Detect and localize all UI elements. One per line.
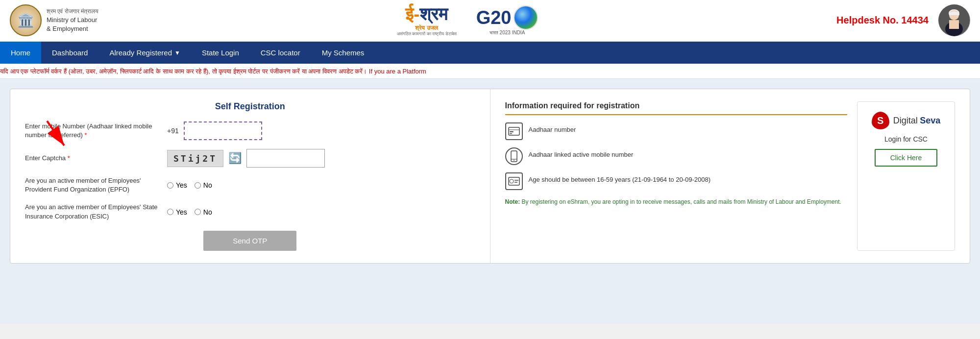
captcha-input[interactable] <box>246 149 325 168</box>
ministry-english-line1: Ministry of Labour <box>47 16 98 24</box>
esic-radio-group: Yes No <box>167 208 212 216</box>
info-mobile: Aadhaar linked active mobile number <box>505 147 848 165</box>
mobile-icon <box>505 147 523 165</box>
digital-text: Digital <box>893 116 918 125</box>
note-label: Note: <box>505 198 520 205</box>
arrow-indicator <box>37 116 76 157</box>
eshram-e-char: ई- <box>405 4 419 24</box>
helpdesk-number: Helpdesk No. 14434 <box>836 15 929 26</box>
header-center: ई- श्रम श्रेय उजल असंगठित कामगारों का रा… <box>397 4 539 37</box>
info-aadhaar: Aadhaar number <box>505 122 848 140</box>
info-section: Information required for registration Aa… <box>505 101 848 251</box>
mobile-input[interactable] <box>184 121 262 140</box>
g20-logo: G20 भारत 2023 INDIA <box>476 5 539 36</box>
aadhaar-text: Aadhaar number <box>529 122 576 134</box>
mobile-info-text: Aadhaar linked active mobile number <box>529 147 634 159</box>
marquee-text: यदि आप एक प्लेटफॉर्म वर्कर हैं (ओला, उबर… <box>0 68 426 75</box>
mobile-form-group: Enter mobile Number (Aadhaar linked mobi… <box>25 121 475 140</box>
svg-rect-11 <box>510 133 512 134</box>
pm-photo <box>938 4 970 36</box>
epfo-no-radio[interactable] <box>195 182 201 189</box>
esic-no-label[interactable]: No <box>195 208 212 216</box>
esic-label: Are you an active member of Employees' S… <box>25 203 162 220</box>
seva-text: Seva <box>920 116 940 125</box>
nav-csc-locator[interactable]: CSC locator <box>250 42 311 64</box>
epfo-form-group: Are you an active member of Employees' P… <box>25 176 475 194</box>
svg-rect-3 <box>949 20 959 29</box>
mobile-prefix: +91 <box>167 127 179 135</box>
click-here-button[interactable]: Click Here <box>875 149 938 167</box>
svg-rect-15 <box>509 177 519 185</box>
self-registration-panel: Self Registration Enter mobile Number (A… <box>10 89 490 263</box>
digital-seva-s-icon: S <box>872 112 889 129</box>
g20-india-text: भारत 2023 INDIA <box>490 30 525 36</box>
epfo-yes-radio[interactable] <box>167 182 173 189</box>
g20-globe <box>514 5 538 30</box>
svg-rect-10 <box>510 131 514 132</box>
nav-home[interactable]: Home <box>0 42 41 64</box>
note-text: By registering on eShram, you are opting… <box>522 198 841 205</box>
nav-my-schemes[interactable]: My Schemes <box>311 42 375 64</box>
header-right: Helpdesk No. 14434 <box>836 4 970 36</box>
nav-dashboard[interactable]: Dashboard <box>41 42 98 64</box>
eshram-shram-char: श्रम <box>419 4 448 24</box>
eshram-hindi-subtitle: श्रेय उजल <box>415 24 438 31</box>
info-note: Note: By registering on eShram, you are … <box>505 197 848 206</box>
age-text: Age should be between 16-59 years (21-09… <box>529 172 710 184</box>
already-registered-dropdown-arrow: ▼ <box>174 49 180 56</box>
epfo-label: Are you an active member of Employees' P… <box>25 176 162 194</box>
captcha-image: STij2T <box>167 150 223 167</box>
svg-line-7 <box>47 121 64 145</box>
esic-yes-radio[interactable] <box>167 209 173 215</box>
government-emblem: 🏛️ <box>10 4 42 36</box>
digital-seva-brand-text: Digital Seva <box>893 116 941 126</box>
ministry-text: श्रम एवं रोजगार मंत्रालय Ministry of Lab… <box>47 7 98 33</box>
content-card: Self Registration Enter mobile Number (A… <box>10 89 970 264</box>
esic-no-radio[interactable] <box>195 209 201 215</box>
info-title: Information required for registration <box>505 101 848 115</box>
age-icon <box>505 172 523 190</box>
nav-already-registered[interactable]: Already Registered ▼ <box>98 42 191 64</box>
epfo-yes-label[interactable]: Yes <box>167 181 187 189</box>
esic-yes-label[interactable]: Yes <box>167 208 187 216</box>
right-panel: Information required for registration Aa… <box>490 89 970 263</box>
eshram-logo: ई- श्रम श्रेय उजल असंगठित कामगारों का रा… <box>397 4 457 37</box>
main-navbar: Home Dashboard Already Registered ▼ Stat… <box>0 42 980 64</box>
header-left: 🏛️ श्रम एवं रोजगार मंत्रालय Ministry of … <box>10 4 98 36</box>
main-content: Self Registration Enter mobile Number (A… <box>0 79 980 324</box>
digital-seva-logo: S Digital Seva <box>872 112 941 129</box>
login-csc-label: Login for CSC <box>884 135 928 143</box>
svg-point-16 <box>510 179 514 183</box>
eshram-tagline: असंगठित कामगारों का राष्ट्रीय डेटाबेस <box>397 31 457 37</box>
site-header: 🏛️ श्रम एवं रोजगार मंत्रालय Ministry of … <box>0 0 980 42</box>
info-age: Age should be between 16-59 years (21-09… <box>505 172 848 190</box>
epfo-radio-group: Yes No <box>167 181 212 189</box>
epfo-no-label[interactable]: No <box>195 181 212 189</box>
g20-text: G20 <box>476 8 512 27</box>
marquee-banner: यदि आप एक प्लेटफॉर्म वर्कर हैं (ओला, उबर… <box>0 64 980 79</box>
digital-seva-box: S Digital Seva Login for CSC Click Here <box>857 101 955 251</box>
esic-form-group: Are you an active member of Employees' S… <box>25 203 475 220</box>
aadhaar-icon <box>505 122 523 140</box>
self-registration-title: Self Registration <box>25 101 475 112</box>
svg-point-13 <box>514 160 514 161</box>
ministry-hindi: श्रम एवं रोजगार मंत्रालय <box>47 7 98 16</box>
send-otp-button[interactable]: Send OTP <box>203 231 296 251</box>
captcha-refresh-button[interactable]: 🔄 <box>228 152 242 165</box>
mobile-required-star: * <box>84 131 87 139</box>
ministry-english-line2: & Employment <box>47 24 98 33</box>
nav-state-login[interactable]: State Login <box>191 42 250 64</box>
captcha-form-group: Enter Captcha * STij2T 🔄 <box>25 149 475 168</box>
